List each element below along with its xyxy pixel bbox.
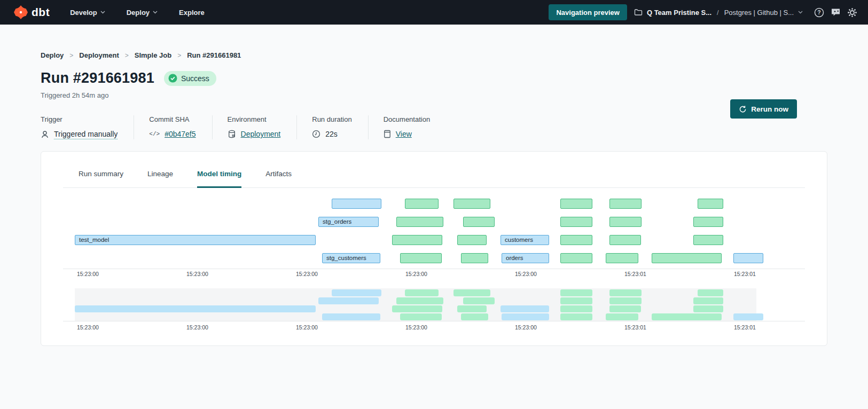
gantt-bar-green[interactable] bbox=[652, 253, 722, 263]
minimap-bar bbox=[453, 289, 490, 296]
nav-item-develop[interactable]: Develop bbox=[70, 9, 105, 17]
nav-icons: ? bbox=[814, 7, 857, 18]
nav-item-explore[interactable]: Explore bbox=[179, 9, 205, 17]
gear-icon[interactable] bbox=[847, 7, 857, 18]
gantt-bar-orders[interactable]: orders bbox=[502, 253, 549, 263]
documentation-view-link[interactable]: View bbox=[396, 130, 412, 138]
minimap-bar bbox=[392, 305, 442, 312]
minimap-bar bbox=[457, 305, 487, 312]
environment-link[interactable]: Deployment bbox=[241, 130, 281, 138]
breadcrumb-deploy[interactable]: Deploy bbox=[41, 51, 64, 59]
gantt-bar-customers[interactable]: customers bbox=[501, 235, 549, 245]
run-meta-row: Trigger Triggered manually Commit SHA </… bbox=[41, 115, 827, 139]
breadcrumb-job[interactable]: SImple Job bbox=[135, 51, 171, 59]
tab-model-timing[interactable]: Model timing bbox=[197, 170, 241, 188]
gantt-bar-green[interactable] bbox=[560, 217, 592, 227]
nav-menu: Develop Deploy Explore bbox=[70, 9, 205, 17]
title-row: Run #291661981 Success bbox=[41, 70, 827, 86]
navigation-preview-button[interactable]: Navigation preview bbox=[549, 4, 627, 20]
gantt-bar-green[interactable] bbox=[396, 217, 443, 227]
logo-text: dbt bbox=[32, 6, 50, 19]
gantt-bar-green[interactable] bbox=[392, 235, 442, 245]
gantt-bar-blue[interactable] bbox=[332, 199, 381, 209]
minimap-bar bbox=[698, 289, 723, 296]
model-timing-gantt: stg_orderstest_modelcustomersstg_custome… bbox=[63, 188, 805, 333]
commit-sha-link[interactable]: #0b47ef5 bbox=[165, 130, 196, 138]
nav-item-label: Deploy bbox=[127, 9, 150, 17]
axis-tick-label: 15:23:00 bbox=[405, 324, 427, 331]
gantt-bar-green[interactable] bbox=[453, 199, 490, 209]
gantt-bar-green[interactable] bbox=[609, 217, 642, 227]
meta-label: Trigger bbox=[41, 115, 118, 123]
breadcrumb-separator: > bbox=[125, 52, 129, 59]
feedback-icon[interactable] bbox=[831, 7, 841, 17]
rerun-now-button[interactable]: Rerun now bbox=[730, 99, 797, 119]
minimap-bar bbox=[609, 289, 642, 296]
gantt-bar-blue[interactable] bbox=[733, 253, 763, 263]
breadcrumb-run: Run #291661981 bbox=[187, 51, 241, 59]
gantt-bar-green[interactable] bbox=[405, 199, 439, 209]
gantt-bar-green[interactable] bbox=[400, 253, 442, 263]
meta-run-duration: Run duration 22s bbox=[312, 115, 368, 139]
main-axis-line bbox=[63, 269, 805, 269]
gantt-bar-label: stg_customers bbox=[323, 254, 380, 263]
meta-label: Documentation bbox=[384, 115, 430, 123]
meta-label: Commit SHA bbox=[149, 115, 196, 123]
meta-label: Run duration bbox=[312, 115, 351, 123]
gantt-bar-green[interactable] bbox=[609, 199, 642, 209]
tab-lineage[interactable]: Lineage bbox=[147, 170, 173, 188]
run-detail-card: Run summary Lineage Model timing Artifac… bbox=[41, 151, 827, 346]
tab-artifacts[interactable]: Artifacts bbox=[265, 170, 292, 188]
gantt-bar-green[interactable] bbox=[698, 199, 723, 209]
axis-tick-label: 15:23:01 bbox=[734, 271, 756, 277]
dbt-logo[interactable]: dbt bbox=[14, 5, 50, 19]
axis-tick-label: 15:23:00 bbox=[77, 324, 99, 331]
axis-tick-label: 15:23:00 bbox=[77, 271, 99, 277]
minimap-bar bbox=[560, 313, 592, 320]
trigger-value[interactable]: Triggered manually bbox=[54, 130, 118, 139]
gantt-bar-green[interactable] bbox=[457, 235, 487, 245]
axis-tick-label: 15:23:01 bbox=[624, 271, 646, 277]
folder-icon bbox=[634, 9, 643, 16]
minimap-bar bbox=[693, 305, 723, 312]
axis-tick-label: 15:23:00 bbox=[405, 271, 427, 277]
clock-icon bbox=[312, 130, 320, 138]
minimap-bar bbox=[396, 297, 443, 304]
gantt-bar-green[interactable] bbox=[693, 235, 723, 245]
gantt-bar-green[interactable] bbox=[461, 253, 488, 263]
top-nav: dbt Develop Deploy Explore Navigation pr… bbox=[0, 0, 868, 25]
gantt-bar-green[interactable] bbox=[693, 217, 723, 227]
minimap-bar bbox=[560, 305, 592, 312]
gantt-bar-green[interactable] bbox=[560, 253, 592, 263]
gantt-bar-green[interactable] bbox=[560, 235, 592, 245]
gantt-bar-stg_orders[interactable]: stg_orders bbox=[318, 217, 379, 227]
chevron-down-icon bbox=[153, 11, 158, 14]
chevron-down-icon bbox=[798, 11, 803, 14]
path-separator: / bbox=[717, 9, 719, 17]
gantt-bar-green[interactable] bbox=[606, 253, 638, 263]
tab-run-summary[interactable]: Run summary bbox=[79, 170, 123, 188]
gantt-bar-green[interactable] bbox=[463, 217, 495, 227]
minimap-bar bbox=[609, 297, 642, 304]
run-page: Deploy > Deployment > SImple Job > Run #… bbox=[0, 25, 868, 346]
nav-item-label: Develop bbox=[70, 9, 97, 17]
gantt-bar-test_model[interactable]: test_model bbox=[75, 235, 316, 245]
breadcrumb: Deploy > Deployment > SImple Job > Run #… bbox=[41, 25, 827, 59]
gantt-bar-stg_customers[interactable]: stg_customers bbox=[322, 253, 380, 263]
gantt-bar-green[interactable] bbox=[609, 235, 641, 245]
gantt-bar-green[interactable] bbox=[560, 199, 592, 209]
minimap-bar bbox=[461, 313, 488, 320]
account-switcher[interactable]: Q Team Pristine S... / Postgres | Github… bbox=[634, 9, 803, 17]
minimap-bar bbox=[560, 297, 592, 304]
meta-trigger: Trigger Triggered manually bbox=[41, 115, 134, 139]
minimap-bar bbox=[652, 313, 722, 320]
triggered-text: Triggered 2h 54m ago bbox=[41, 91, 827, 99]
minimap-bar bbox=[693, 297, 723, 304]
help-icon[interactable]: ? bbox=[814, 7, 824, 18]
axis-tick-label: 15:23:00 bbox=[186, 324, 208, 331]
nav-item-deploy[interactable]: Deploy bbox=[127, 9, 158, 17]
breadcrumb-deployment[interactable]: Deployment bbox=[79, 51, 119, 59]
minimap-bar bbox=[609, 305, 641, 312]
gantt-bar-label: customers bbox=[501, 235, 549, 245]
gantt-bar-label: stg_orders bbox=[319, 217, 378, 226]
